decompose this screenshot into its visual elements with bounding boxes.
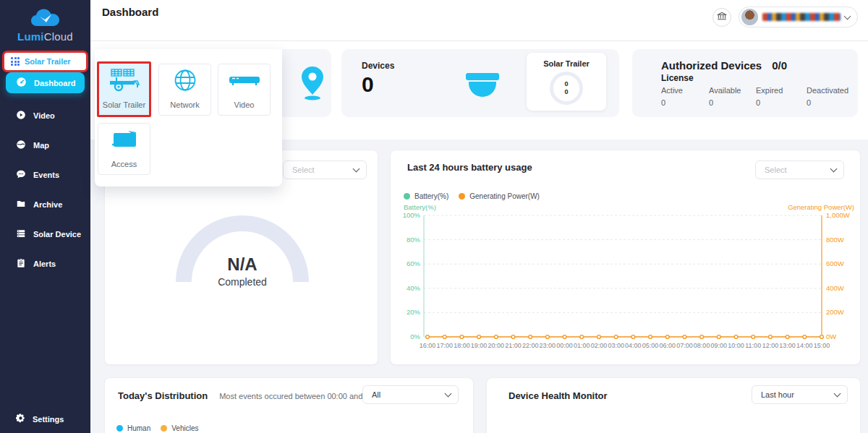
x-axis-tick: 11:00	[745, 342, 761, 349]
data-point-marker	[734, 335, 738, 339]
gauge-select-value: Select	[292, 166, 315, 174]
app-tile-label: Solar Trailer	[103, 100, 145, 109]
right-axis-tick: 800W	[826, 236, 844, 244]
data-point-marker	[614, 335, 618, 339]
x-axis-tick: 03:00	[608, 342, 624, 349]
sidebar-item-archive[interactable]: Archive	[6, 194, 85, 215]
location-pin-icon	[298, 65, 327, 104]
gauge-value: N/A	[176, 254, 309, 275]
account-menu[interactable]	[739, 7, 858, 27]
x-axis-tick: 08:00	[694, 342, 710, 349]
legend-dot	[161, 425, 167, 432]
app-tile-network[interactable]: Network	[158, 64, 211, 116]
gauge-caption: Completed	[176, 276, 309, 288]
legend-item-battery-: Battery(%)	[404, 192, 448, 200]
right-axis-tick: 200W	[826, 308, 844, 316]
institution-button[interactable]	[712, 8, 731, 27]
license-col-deactivated: Deactivated0	[807, 86, 854, 107]
cloud-logo-icon	[30, 19, 61, 31]
legend-label: Battery(%)	[414, 192, 448, 200]
x-axis-tick: 19:00	[471, 342, 488, 349]
battery-select[interactable]: Select	[755, 160, 844, 179]
sidebar-item-label: Archive	[33, 200, 62, 209]
x-axis-tick: 07:00	[676, 342, 693, 349]
health-period-select[interactable]: Last hour	[752, 385, 848, 404]
x-axis-tick: 09:00	[711, 342, 728, 349]
device-health-title: Device Health Monitor	[509, 390, 608, 401]
license-col-label: Available	[709, 86, 756, 95]
chevron-down-icon	[353, 166, 360, 173]
sidebar-item-events[interactable]: Events	[6, 164, 85, 185]
x-axis-tick: 02:00	[591, 342, 608, 349]
left-axis-tick: 20%	[407, 308, 421, 316]
count-top: 0	[564, 80, 568, 88]
logo-text: LumiCloud	[0, 30, 90, 43]
x-axis-tick: 21:00	[505, 342, 522, 349]
app-tile-video[interactable]: Video	[218, 64, 271, 116]
chevron-down-icon	[445, 390, 452, 398]
license-col-label: Active	[661, 86, 709, 95]
battery-select-value: Select	[765, 166, 787, 174]
solar-trailer-box-label: Solar Trailer	[527, 59, 606, 68]
sidebar-item-map[interactable]: Map	[6, 134, 85, 155]
data-point-marker	[752, 335, 755, 339]
app-tile-access[interactable]: Access	[98, 123, 150, 175]
device-health-card: Device Health Monitor Last hour	[486, 377, 861, 433]
legend-dot	[404, 193, 410, 200]
legend-item-vehicles: Vehicles	[161, 424, 198, 432]
dome-camera-icon	[466, 73, 499, 99]
data-point-marker	[717, 335, 720, 339]
authorized-devices-card: Authorized Devices 0/0 License Active0Av…	[632, 49, 858, 117]
page-title: Dashboard	[102, 6, 158, 18]
x-axis-tick: 10:00	[728, 342, 744, 349]
legend-label: Generating Power(W)	[469, 192, 540, 200]
data-point-marker	[786, 335, 789, 339]
data-point-marker	[631, 335, 635, 339]
grid-icon	[11, 57, 20, 66]
today-filter-select[interactable]: All	[362, 385, 459, 404]
legend-item-generating-power-w-: Generating Power(W)	[459, 192, 540, 200]
sidebar-item-solar-device[interactable]: Solar Device	[6, 223, 85, 244]
data-point-marker	[700, 335, 704, 339]
sidebar-item-video[interactable]: Video	[6, 105, 85, 126]
settings-label: Settings	[33, 415, 64, 424]
sidebar-item-dashboard[interactable]: Dashboard	[6, 72, 85, 93]
today-select-value: All	[372, 390, 380, 399]
app-logo: LumiCloud	[0, 0, 90, 43]
sidebar-item-label: Events	[33, 171, 59, 179]
data-point-marker	[683, 335, 686, 339]
x-axis-tick: 23:00	[540, 342, 556, 349]
avatar	[741, 9, 758, 25]
x-axis-tick: 06:00	[659, 342, 676, 349]
left-axis-tick: 0%	[410, 333, 420, 340]
network-globe-icon	[173, 64, 197, 96]
alerts-icon	[16, 258, 26, 270]
solar-trailer-count-ring: 0 0	[550, 72, 583, 105]
sidebar-item-settings[interactable]: Settings	[16, 413, 64, 424]
data-point-marker	[563, 335, 566, 339]
data-point-marker	[529, 335, 532, 339]
sidebar-item-alerts[interactable]: Alerts	[6, 253, 85, 274]
battery-card-title: Last 24 hours battery usage	[407, 162, 532, 173]
chevron-down-icon	[830, 166, 838, 173]
license-col-value: 0	[807, 98, 854, 107]
app-tile-solar-trailer[interactable]: Solar Trailer	[97, 61, 151, 117]
sidebar-nav: DashboardVideoMapEventsArchiveSolar Devi…	[0, 72, 90, 283]
chevron-down-icon	[834, 390, 841, 398]
map-icon	[16, 140, 26, 151]
video-icon	[16, 110, 26, 121]
data-point-marker	[460, 335, 464, 339]
legend-dot	[459, 193, 465, 200]
sidebar-item-solar-trailer-product[interactable]: Solar Trailer	[4, 53, 86, 70]
access-icon	[110, 124, 139, 155]
right-axis-tick: 0W	[826, 333, 836, 340]
gauge-select[interactable]: Select	[283, 160, 367, 179]
license-col-value: 0	[661, 98, 709, 107]
devices-stat-card: Devices 0 Solar Trailer 0 0	[341, 49, 619, 117]
x-axis-tick: 22:00	[522, 342, 539, 349]
today-distribution-card: Today's Distribution Most events occured…	[104, 377, 474, 433]
right-axis-tick: 600W	[826, 260, 844, 267]
data-point-marker	[649, 335, 652, 339]
health-select-value: Last hour	[761, 390, 794, 399]
license-label: License	[661, 73, 694, 83]
